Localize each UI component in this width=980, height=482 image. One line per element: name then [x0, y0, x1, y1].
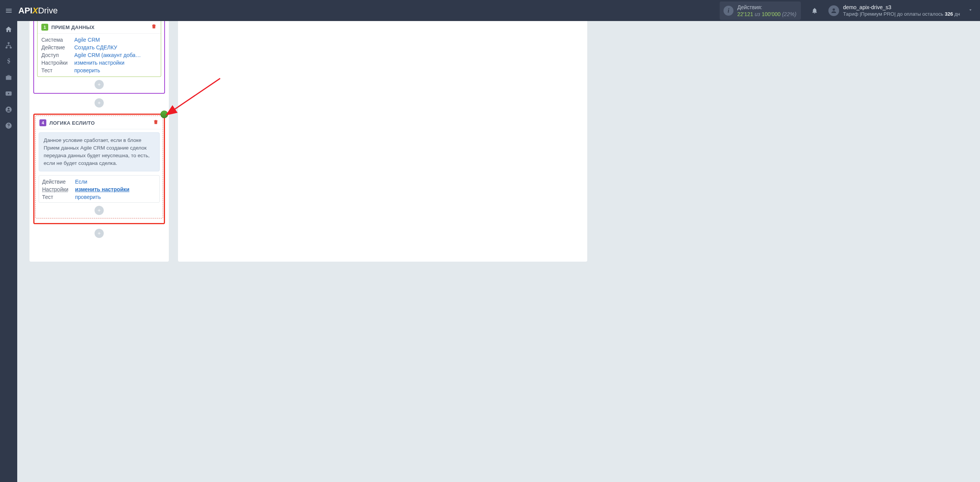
add-between-button[interactable] — [95, 98, 104, 107]
add-below-button[interactable] — [95, 229, 104, 238]
left-panel: 1 ПРИЕМ ДАННЫХ СистемаAgile CRM Действие… — [29, 21, 169, 262]
kv-val-if[interactable]: Если — [75, 179, 156, 185]
status-dot-green — [160, 111, 168, 118]
kv-key: Тест — [42, 194, 75, 200]
trash-icon[interactable] — [153, 119, 159, 127]
kv-val-action[interactable]: Создать СДЕЛКУ — [74, 44, 157, 50]
block-logic-ifthen: 4 ЛОГИКА ЕСЛИ/ТО Данное условие сработае… — [33, 114, 165, 224]
block1-title: ПРИЕМ ДАННЫХ — [51, 24, 95, 30]
block2-table: ДействиеЕсли Настройкиизменить настройки… — [39, 175, 160, 203]
kv-key: Тест — [41, 67, 74, 73]
logo-drive: Drive — [38, 6, 57, 15]
svg-rect-1 — [8, 42, 10, 44]
add-inner-button[interactable] — [95, 80, 104, 89]
block2-title: ЛОГИКА ЕСЛИ/ТО — [49, 120, 95, 126]
kv-key: Настройки — [41, 60, 74, 66]
logo[interactable]: APIXDrive — [18, 6, 58, 16]
block1-badge: 1 — [41, 24, 48, 31]
kv-val-test[interactable]: проверить — [75, 194, 156, 200]
sidebar-user-icon[interactable] — [0, 101, 17, 117]
kv-val-system[interactable]: Agile CRM — [74, 37, 157, 43]
right-panel — [178, 21, 587, 262]
sidebar — [0, 21, 17, 295]
svg-point-6 — [8, 107, 10, 109]
kv-key: Система — [41, 37, 74, 43]
logo-api: API — [18, 6, 33, 15]
kv-key: Действие — [42, 179, 75, 185]
logo-x: X — [33, 6, 38, 15]
svg-rect-2 — [6, 47, 8, 48]
sidebar-briefcase-icon[interactable] — [0, 69, 17, 85]
kv-val-settings[interactable]: изменить настройки — [75, 186, 156, 192]
sidebar-home-icon[interactable] — [0, 21, 17, 37]
sidebar-connections-icon[interactable] — [0, 37, 17, 53]
add-inner-button[interactable] — [95, 206, 104, 215]
svg-rect-3 — [10, 47, 12, 48]
block1-table: СистемаAgile CRM ДействиеСоздать СДЕЛКУ … — [38, 34, 161, 76]
kv-val-test[interactable]: проверить — [74, 67, 157, 73]
sidebar-help-icon[interactable] — [0, 117, 17, 134]
block2-description: Данное условие сработает, если в блоке П… — [39, 132, 160, 171]
kv-val-settings[interactable]: изменить настройки — [74, 60, 157, 66]
kv-val-access[interactable]: Agile CRM (аккаунт доба… — [74, 52, 157, 58]
kv-key: Действие — [41, 44, 74, 50]
sidebar-billing-icon[interactable] — [0, 53, 17, 69]
trash-icon[interactable] — [151, 23, 157, 31]
block-data-receive: 1 ПРИЕМ ДАННЫХ СистемаAgile CRM Действие… — [33, 21, 165, 94]
block2-badge: 4 — [39, 119, 46, 126]
sidebar-video-icon[interactable] — [0, 85, 17, 101]
header: APIXDrive i Действия: 22'121 из 100'000 … — [0, 0, 597, 21]
main-content: 1 ПРИЕМ ДАННЫХ СистемаAgile CRM Действие… — [17, 21, 597, 295]
kv-key: Настройки — [42, 186, 75, 192]
kv-key: Доступ — [41, 52, 74, 58]
menu-hamburger-icon[interactable] — [0, 0, 17, 21]
